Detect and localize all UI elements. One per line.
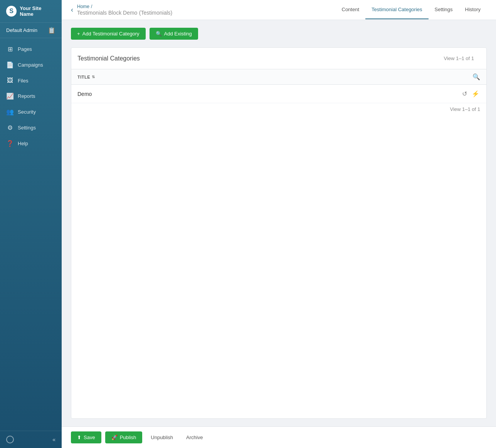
breadcrumb-separator: / (91, 4, 92, 9)
sidebar-item-label: Pages (18, 46, 32, 52)
page-header: ‹ Home / Testimonials Block Demo (Testim… (62, 0, 496, 20)
breadcrumb-top: Home / (77, 4, 172, 9)
column-search-button[interactable]: 🔍 (472, 73, 480, 81)
breadcrumb: Home / Testimonials Block Demo (Testimon… (77, 4, 172, 16)
back-button[interactable]: ‹ (71, 6, 73, 14)
publish-icon: 🚀 (111, 435, 118, 440)
sidebar-item-label: Reports (18, 93, 35, 99)
table-header: Testimonial Categories View 1–1 of 1 (71, 48, 486, 69)
tab-settings[interactable]: Settings (429, 0, 459, 19)
row-action-button[interactable]: ↺ (461, 89, 468, 98)
tab-testimonial-categories[interactable]: Testimonial Categories (365, 0, 429, 19)
sidebar-item-campaigns[interactable]: 📄 Campaigns (0, 57, 62, 73)
sidebar-item-label: Campaigns (18, 62, 43, 68)
table-title: Testimonial Categories (77, 55, 140, 62)
view-count-bottom: View 1–1 of 1 (71, 103, 486, 115)
logo-icon: S (6, 6, 17, 17)
save-button[interactable]: ⬆ Save (71, 431, 101, 443)
add-icon: + (77, 31, 80, 37)
row-title: Demo (77, 91, 92, 97)
sidebar-item-label: Help (18, 141, 28, 146)
sort-icon: ⇅ (92, 75, 95, 79)
collapse-button[interactable]: « (52, 436, 55, 443)
content-area: + Add Testimonial Category 🔍 Add Existin… (62, 20, 496, 426)
sidebar-user: Default Admin 📋 (0, 23, 62, 38)
security-icon: 👥 (6, 108, 14, 116)
row-actions: ↺ ⚡ (461, 89, 480, 98)
row-unlink-button[interactable]: ⚡ (471, 89, 480, 98)
site-name: Your Site Name (20, 5, 55, 17)
add-testimonial-category-button[interactable]: + Add Testimonial Category (71, 28, 146, 40)
help-icon: ❓ (6, 140, 14, 147)
user-name: Default Admin (6, 27, 37, 33)
header-tabs: Content Testimonial Categories Settings … (336, 0, 487, 19)
sidebar: S Your Site Name Default Admin 📋 ⊞ Pages… (0, 0, 62, 448)
footer-bar: ⬆ Save 🚀 Publish Unpublish Archive (62, 426, 496, 448)
archive-button[interactable]: Archive (182, 431, 207, 443)
testimonial-categories-table: Testimonial Categories View 1–1 of 1 TIT… (71, 47, 487, 419)
search-add-icon: 🔍 (156, 31, 162, 37)
sidebar-item-label: Security (18, 109, 36, 115)
table-row: Demo ↺ ⚡ (71, 85, 486, 103)
sidebar-item-reports[interactable]: 📈 Reports (0, 88, 62, 104)
sidebar-logo: S Your Site Name (0, 0, 62, 23)
save-icon: ⬆ (77, 435, 81, 440)
sidebar-nav: ⊞ Pages 📄 Campaigns 🖼 Files 📈 Reports 👥 … (0, 38, 62, 431)
breadcrumb-home-link[interactable]: Home (77, 4, 89, 9)
sidebar-bottom: « (0, 431, 62, 448)
sidebar-item-help[interactable]: ❓ Help (0, 136, 62, 151)
files-icon: 🖼 (6, 77, 14, 84)
status-circle (6, 436, 14, 443)
page-title: Testimonials Block Demo (Testimonials) (77, 9, 172, 16)
tab-history[interactable]: History (459, 0, 487, 19)
page-subtitle: (Testimonials) (139, 10, 172, 16)
add-existing-button[interactable]: 🔍 Add Existing (150, 28, 198, 40)
action-toolbar: + Add Testimonial Category 🔍 Add Existin… (71, 28, 487, 40)
sidebar-item-label: Settings (18, 125, 36, 131)
tab-content[interactable]: Content (336, 0, 366, 19)
campaigns-icon: 📄 (6, 61, 14, 69)
header-left: ‹ Home / Testimonials Block Demo (Testim… (71, 4, 172, 16)
column-header-row: TITLE ⇅ 🔍 (71, 69, 486, 85)
sidebar-item-security[interactable]: 👥 Security (0, 104, 62, 120)
view-count-top: View 1–1 of 1 (437, 52, 480, 64)
main-content: ‹ Home / Testimonials Block Demo (Testim… (62, 0, 496, 448)
unpublish-button[interactable]: Unpublish (146, 431, 178, 443)
sidebar-item-settings[interactable]: ⚙ Settings (0, 120, 62, 136)
settings-icon: ⚙ (6, 124, 14, 131)
pages-icon: ⊞ (6, 45, 14, 53)
publish-button[interactable]: 🚀 Publish (105, 431, 143, 443)
reports-icon: 📈 (6, 92, 14, 100)
sidebar-item-pages[interactable]: ⊞ Pages (0, 41, 62, 57)
sidebar-item-files[interactable]: 🖼 Files (0, 73, 62, 88)
sidebar-item-label: Files (18, 78, 28, 84)
title-column-header[interactable]: TITLE ⇅ (77, 75, 95, 79)
user-profile-icon[interactable]: 📋 (48, 27, 55, 34)
